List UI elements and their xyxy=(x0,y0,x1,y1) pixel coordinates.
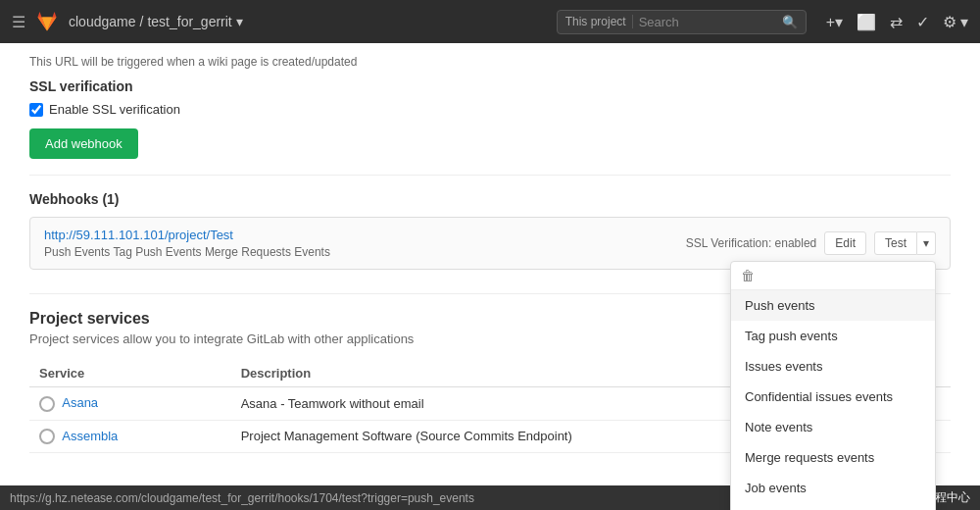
service-name-cell: Asana xyxy=(29,387,231,421)
ssl-checkbox-row: Enable SSL verification xyxy=(29,102,951,117)
webhook-info: http://59.111.101.101/project/Test Push … xyxy=(44,228,330,259)
gitlab-logo[interactable] xyxy=(35,10,59,33)
chevron-down-icon[interactable]: ▾ xyxy=(236,14,243,29)
dropdown-item-job[interactable]: Job events xyxy=(731,473,935,503)
dropdown-item-pipeline[interactable]: Pipeline events xyxy=(731,503,935,510)
main-content: This URL will be triggered when a wiki p… xyxy=(0,43,980,453)
service-status-icon xyxy=(39,396,55,412)
gear-icon: ⚙ xyxy=(943,13,956,31)
ssl-section: This URL will be triggered when a wiki p… xyxy=(29,55,951,176)
webhook-item: http://59.111.101.101/project/Test Push … xyxy=(29,217,951,270)
breadcrumb-org[interactable]: cloudgame xyxy=(69,14,136,29)
delete-icon[interactable]: 🗑 xyxy=(741,268,755,283)
webhook-actions: SSL Verification: enabled Edit Test ▾ xyxy=(686,231,936,255)
gear-caret-icon: ▾ xyxy=(960,13,968,31)
webhooks-title: Webhooks (1) xyxy=(29,191,951,207)
merge-requests-icon[interactable]: ⇄ xyxy=(890,13,903,31)
asana-service-link[interactable]: Asana xyxy=(62,395,98,410)
ssl-verification-badge: SSL Verification: enabled xyxy=(686,236,817,250)
bottom-url: https://g.hz.netease.com/cloudgame/test_… xyxy=(10,491,474,505)
service-status-icon xyxy=(39,429,55,444)
svg-marker-1 xyxy=(53,12,57,18)
webhook-events: Push Events Tag Push Events Merge Reques… xyxy=(44,245,330,259)
test-webhook-button[interactable]: Test xyxy=(874,231,917,255)
ssl-checkbox-label[interactable]: Enable SSL verification xyxy=(49,102,180,117)
dropdown-item-tag-push[interactable]: Tag push events xyxy=(731,321,935,351)
test-button-group: Test ▾ xyxy=(874,231,936,255)
issues-icon[interactable]: ✓ xyxy=(916,13,929,31)
assembla-service-link[interactable]: Assembla xyxy=(62,429,118,443)
test-dropdown: 🗑 Push events Tag push events Issues eve… xyxy=(730,261,936,510)
search-bar[interactable]: This project 🔍 xyxy=(557,10,807,34)
hamburger-icon[interactable]: ☰ xyxy=(12,13,25,31)
webhooks-section: Webhooks (1) http://59.111.101.101/proje… xyxy=(29,191,951,285)
breadcrumb-separator: / xyxy=(140,14,144,29)
ssl-verification-checkbox[interactable] xyxy=(29,103,43,117)
svg-marker-0 xyxy=(38,12,42,18)
navbar: ☰ cloudgame / test_for_gerrit ▾ This pro… xyxy=(0,0,980,43)
breadcrumb: cloudgame / test_for_gerrit ▾ xyxy=(69,14,243,29)
edit-webhook-button[interactable]: Edit xyxy=(824,231,866,255)
service-name-cell: Assembla xyxy=(29,420,231,453)
add-webhook-button[interactable]: Add webhook xyxy=(29,128,138,159)
test-webhook-caret[interactable]: ▾ xyxy=(917,231,936,255)
settings-icon[interactable]: ⚙ ▾ xyxy=(943,13,968,31)
dropdown-item-note[interactable]: Note events xyxy=(731,412,935,442)
service-col-header: Service xyxy=(29,360,231,387)
ssl-title: SSL verification xyxy=(29,78,951,94)
dropdown-item-push-events[interactable]: Push events xyxy=(731,290,935,321)
navbar-action-icons: +▾ ⬜ ⇄ ✓ ⚙ ▾ xyxy=(826,13,968,31)
dropdown-item-confidential-issues[interactable]: Confidential issues events xyxy=(731,382,935,412)
dropdown-item-merge-requests[interactable]: Merge requests events xyxy=(731,442,935,473)
create-icon[interactable]: +▾ xyxy=(826,13,843,31)
search-icon: 🔍 xyxy=(782,15,798,29)
breadcrumb-project[interactable]: test_for_gerrit xyxy=(147,14,231,29)
search-scope: This project xyxy=(565,15,633,28)
webhook-url[interactable]: http://59.111.101.101/project/Test xyxy=(44,228,233,242)
snippets-icon[interactable]: ⬜ xyxy=(857,13,876,31)
search-input[interactable] xyxy=(639,15,776,29)
ssl-note: This URL will be triggered when a wiki p… xyxy=(29,55,951,69)
dropdown-delete-row: 🗑 xyxy=(731,262,935,290)
dropdown-item-issues[interactable]: Issues events xyxy=(731,351,935,382)
